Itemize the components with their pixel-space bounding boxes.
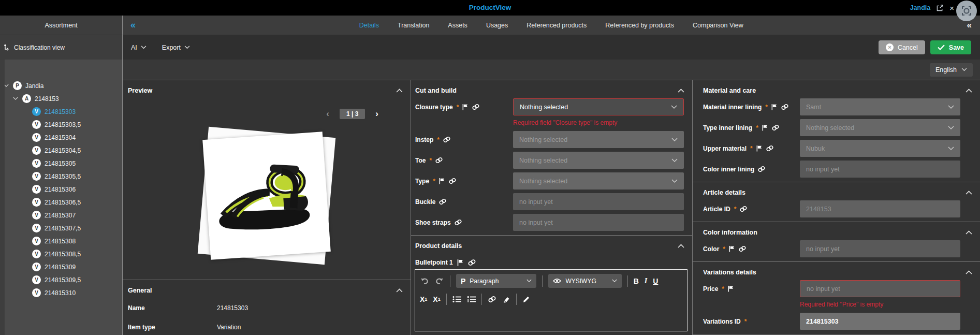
tree-item-label[interactable]: 214815305,5 — [45, 173, 81, 180]
sidebar-item-classification-view[interactable]: Classification view — [0, 35, 123, 60]
collapse-right-panel-icon[interactable]: « — [967, 20, 972, 31]
view-mode-select[interactable]: WYSIWYG — [548, 274, 621, 288]
link-icon[interactable] — [472, 104, 480, 110]
cancel-button[interactable]: × Cancel — [879, 40, 925, 54]
undo-button[interactable] — [420, 277, 429, 285]
chevron-up-icon[interactable] — [966, 191, 972, 195]
export-dropdown[interactable]: Export — [162, 44, 190, 51]
tree-item-label[interactable]: 214815307,5 — [45, 225, 81, 232]
tree-item-label[interactable]: 214815305 — [45, 160, 76, 167]
tree-item-label[interactable]: 214815309 — [45, 264, 76, 271]
tree-item-label[interactable]: 214815308,5 — [45, 251, 81, 258]
tree-item-label[interactable]: 214815303 — [45, 108, 76, 115]
editor-body[interactable] — [420, 311, 682, 325]
tree-item-label[interactable]: 214815307 — [45, 212, 76, 219]
link-icon[interactable] — [766, 145, 774, 152]
chevron-up-icon[interactable] — [966, 89, 972, 93]
next-image-button[interactable]: › — [375, 109, 378, 119]
tree-item-label[interactable]: 214815309,5 — [45, 276, 81, 284]
flag-icon[interactable] — [771, 104, 778, 110]
underline-button[interactable]: U — [653, 277, 658, 285]
tree-item-jandia[interactable]: P Jandia — [0, 79, 122, 92]
tree-item-2148153[interactable]: A 2148153 — [0, 92, 122, 105]
tree-item-214815303-5[interactable]: V 214815303,5 — [0, 118, 122, 131]
collapse-panel-icon[interactable]: « — [130, 20, 136, 31]
closure-type-select[interactable]: Nothing selected — [513, 98, 684, 115]
link-icon[interactable] — [443, 136, 451, 143]
tab-details[interactable]: Details — [359, 22, 379, 29]
tab-comparison-view[interactable]: Comparison View — [693, 22, 743, 29]
tree-item-214815306[interactable]: V 214815306 — [0, 183, 122, 196]
screen-capture-badge[interactable] — [956, 1, 977, 21]
tab-assets[interactable]: Assets — [448, 22, 467, 29]
tree-item-214815305[interactable]: V 214815305 — [0, 157, 122, 170]
link-icon[interactable] — [435, 157, 443, 164]
previous-image-button[interactable]: ‹ — [326, 109, 329, 119]
flag-icon[interactable] — [462, 104, 469, 110]
tree-item-label[interactable]: Jandia — [25, 82, 43, 90]
tree-item-214815309-5[interactable]: V 214815309,5 — [0, 273, 122, 286]
user-name[interactable]: Jandia — [910, 4, 931, 11]
tree-item-214815310[interactable]: V 214815310 — [0, 286, 122, 299]
tree-item-label[interactable]: 214815306,5 — [45, 199, 81, 206]
tree-item-214815308[interactable]: V 214815308 — [0, 235, 122, 247]
share-icon[interactable] — [936, 4, 944, 12]
tree-item-214815307-5[interactable]: V 214815307,5 — [0, 222, 122, 235]
tree-item-214815309[interactable]: V 214815309 — [0, 260, 122, 273]
link-icon[interactable] — [438, 198, 447, 205]
tree-item-214815307[interactable]: V 214815307 — [0, 209, 122, 222]
flag-icon[interactable] — [756, 145, 763, 152]
link-icon[interactable] — [738, 245, 747, 252]
link-icon[interactable] — [448, 178, 457, 184]
link-icon[interactable] — [454, 219, 462, 226]
shoe-straps-input[interactable]: no input yet — [513, 214, 684, 231]
tree-item-label[interactable]: 2148153 — [35, 95, 59, 103]
bullet-list-button[interactable] — [452, 296, 461, 303]
tree-item-label[interactable]: 214815303,5 — [45, 121, 81, 128]
tree-item-214815305-5[interactable]: V 214815305,5 — [0, 170, 122, 183]
italic-button[interactable]: I — [645, 277, 647, 285]
buckle-input[interactable]: no input yet — [513, 193, 684, 210]
tree-expander-icon[interactable] — [12, 97, 19, 100]
redo-button[interactable] — [435, 277, 444, 285]
price-input[interactable]: no input yet — [800, 280, 960, 297]
superscript-button[interactable]: X1 — [433, 295, 440, 303]
chevron-up-icon[interactable] — [396, 288, 403, 293]
link-icon[interactable] — [771, 124, 780, 131]
tree-item-label[interactable]: 214815304 — [45, 134, 76, 141]
chevron-up-icon[interactable] — [966, 270, 972, 274]
tab-translation[interactable]: Translation — [398, 22, 429, 29]
link-icon[interactable] — [739, 206, 748, 212]
tree-item-214815304-5[interactable]: V 214815304,5 — [0, 144, 122, 157]
tree-item-214815308-5[interactable]: V 214815308,5 — [0, 247, 122, 260]
highlighter-button[interactable] — [502, 296, 510, 303]
close-icon[interactable]: × — [949, 4, 954, 12]
variations-id-input[interactable]: 214815303 — [800, 313, 960, 330]
tree-item-214815304[interactable]: V 214815304 — [0, 131, 122, 144]
color-inner-lining-input[interactable]: no input yet — [800, 161, 960, 178]
bold-button[interactable]: B — [634, 277, 639, 285]
flag-icon[interactable] — [728, 245, 735, 252]
flag-icon[interactable] — [727, 285, 734, 292]
edit-pencil-button[interactable] — [522, 296, 530, 303]
tree-item-label[interactable]: 214815306 — [45, 186, 76, 193]
chevron-up-icon[interactable] — [678, 89, 684, 93]
insert-link-button[interactable] — [488, 296, 496, 303]
link-icon[interactable] — [781, 104, 789, 110]
chevron-up-icon[interactable] — [966, 230, 972, 235]
flag-icon[interactable] — [457, 259, 464, 266]
link-icon[interactable] — [467, 259, 476, 266]
tab-usages[interactable]: Usages — [486, 22, 508, 29]
save-button[interactable]: Save — [930, 40, 971, 54]
tree-item-214815306-5[interactable]: V 214815306,5 — [0, 196, 122, 209]
tab-referenced-by-products[interactable]: Referenced by products — [605, 22, 674, 29]
link-icon[interactable] — [757, 166, 766, 172]
tree-item-214815303[interactable]: V 214815303 — [0, 105, 122, 118]
chevron-up-icon[interactable] — [678, 244, 684, 248]
ai-dropdown[interactable]: AI — [131, 44, 147, 51]
product-image[interactable] — [202, 132, 331, 260]
tree-item-label[interactable]: 214815310 — [45, 289, 76, 297]
flag-icon[interactable] — [762, 124, 768, 131]
wysiwyg-editor[interactable]: P Paragraph WYSIWYG — [415, 269, 688, 331]
tree-item-label[interactable]: 214815308 — [45, 238, 76, 245]
